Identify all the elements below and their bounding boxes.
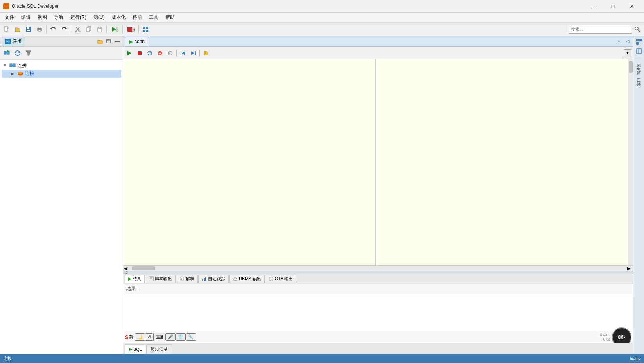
editor-scrollbar[interactable]	[628, 59, 633, 265]
editor-left-pane[interactable]	[123, 59, 376, 265]
minimize-button[interactable]: —	[585, 0, 603, 13]
status-connection-text: 连接	[3, 356, 12, 361]
menu-help[interactable]: 帮助	[162, 13, 178, 21]
panel-folder-btn[interactable]	[96, 38, 104, 45]
sql-tab[interactable]: ▶ SQL	[125, 344, 146, 354]
ime-undo-btn[interactable]: ↺	[145, 333, 153, 341]
stop-dropdown-button[interactable]: ▼	[124, 24, 137, 34]
commit-button[interactable]	[201, 48, 211, 58]
refresh-connections-button[interactable]	[13, 48, 23, 58]
ime-moon-btn[interactable]: 🌙	[135, 333, 145, 341]
svg-rect-32	[6, 40, 7, 43]
menu-file[interactable]: 文件	[2, 13, 17, 21]
ws-expand-btn[interactable]: ◁	[624, 38, 631, 45]
menu-navigate[interactable]: 导航	[51, 13, 66, 21]
undo-button[interactable]	[48, 24, 58, 34]
cut-button[interactable]	[73, 24, 83, 34]
editor-hscrollbar[interactable]: ◀ ▶	[123, 265, 633, 271]
sql-tab-label: SQL	[133, 347, 142, 352]
print-button[interactable]	[34, 24, 45, 34]
svg-text:i: i	[181, 278, 182, 281]
panel-tab-actions: —	[96, 38, 121, 45]
sidebar-btn-2[interactable]	[635, 47, 643, 55]
connections-tab[interactable]: 连接	[2, 37, 25, 46]
svg-rect-26	[143, 27, 145, 29]
redo-button[interactable]	[59, 24, 69, 34]
results-tab-results[interactable]: ▶ 结果	[125, 275, 145, 283]
open-file-button[interactable]	[13, 24, 23, 34]
svg-point-49	[18, 72, 23, 74]
menu-edit[interactable]: 编辑	[18, 13, 34, 21]
sidebar-label-5: 湖	[636, 77, 642, 80]
save-button[interactable]	[23, 24, 34, 34]
sql-sep-1	[176, 50, 177, 57]
menu-view[interactable]: 视图	[34, 13, 50, 21]
results-tab-label-autotrace: 自动跟踪	[208, 276, 225, 282]
new-file-button[interactable]	[2, 24, 12, 34]
results-tab-dbms[interactable]: DBMS 输出	[229, 275, 265, 283]
svg-rect-33	[8, 40, 10, 43]
title-bar-controls: — □ ✕	[585, 0, 641, 13]
first-row-button[interactable]	[178, 48, 188, 58]
run-dropdown-button[interactable]: ▼	[108, 24, 121, 34]
tree-item-conn-label: 连接	[25, 70, 34, 77]
filter-connections-button[interactable]	[23, 48, 34, 58]
ime-keyboard-btn[interactable]: ⌨	[153, 333, 165, 341]
sql-settings-dropdown[interactable]: ▼	[624, 49, 631, 57]
editor-right-pane[interactable]	[376, 59, 628, 265]
ws-dropdown-btn[interactable]: ▼	[615, 38, 623, 45]
ime-tshirt-btn[interactable]: 👕	[176, 333, 186, 341]
results-tab-label-results: 结果	[133, 276, 141, 282]
svg-line-31	[638, 30, 640, 32]
results-tab-autotrace[interactable]: 自动跟踪	[198, 275, 229, 283]
download-speed: 0k/s	[600, 337, 610, 342]
run-statement-button[interactable]	[125, 48, 134, 58]
vertical-splitter[interactable]: ▲ ▼	[123, 271, 633, 274]
sidebar-btn-1[interactable]	[635, 38, 643, 46]
menu-source[interactable]: 源(U)	[90, 13, 108, 21]
stop-button[interactable]	[135, 48, 144, 58]
menu-tools[interactable]: 工具	[146, 13, 161, 21]
toolbar-search-button[interactable]	[632, 24, 642, 34]
network-unit: x	[624, 335, 626, 339]
menu-run[interactable]: 运行(R)	[67, 13, 90, 21]
sql-worksheet-tab[interactable]: ▶ conn	[125, 37, 149, 46]
svg-rect-78	[637, 49, 641, 54]
copy-button[interactable]	[84, 24, 94, 34]
panel-restore-btn[interactable]	[105, 38, 113, 45]
menu-migrate[interactable]: 移植	[129, 13, 145, 21]
explain-button[interactable]: i	[165, 48, 175, 58]
title-bar-left: Oracle SQL Developer	[3, 3, 59, 9]
tree-item-conn[interactable]: ▶ 连接	[2, 70, 121, 78]
history-tab[interactable]: 历史记录	[146, 344, 172, 354]
results-tab-script[interactable]: 脚本输出	[145, 275, 176, 283]
nav-button[interactable]	[140, 24, 151, 34]
close-button[interactable]: ✕	[623, 0, 641, 13]
results-tab-explain[interactable]: i 解释	[176, 275, 198, 283]
status-left: 连接	[3, 356, 12, 361]
ime-settings-btn[interactable]: 🔧	[186, 333, 196, 341]
panel-inner-toolbar	[0, 47, 123, 60]
maximize-button[interactable]: □	[604, 0, 622, 13]
worksheet-tab-bar: ▶ conn ▼ ◁	[123, 36, 633, 47]
tree-conn-arrow: ▶	[11, 72, 16, 76]
tree-item-connections-root[interactable]: ▼ 连接	[2, 61, 121, 70]
hscroll-right-btn[interactable]: ▶	[624, 266, 632, 271]
last-row-button[interactable]	[188, 48, 198, 58]
add-connection-button[interactable]	[2, 48, 12, 58]
sidebar-label-4: 正	[636, 73, 642, 77]
toolbar-search-input[interactable]	[569, 25, 631, 34]
script-output-icon	[149, 276, 154, 281]
results-tab-ota[interactable]: OTA 输出	[265, 275, 296, 283]
refresh-button[interactable]	[145, 48, 154, 58]
svg-rect-28	[143, 30, 145, 32]
ime-mic-btn[interactable]: 🎤	[165, 333, 176, 341]
cancel-query-button[interactable]	[155, 48, 165, 58]
svg-rect-5	[27, 27, 29, 29]
paste-button[interactable]	[95, 24, 105, 34]
results-run-icon: ▶	[128, 276, 131, 281]
panel-collapse-btn[interactable]: —	[113, 38, 121, 45]
menu-versioning[interactable]: 版本化	[108, 13, 129, 21]
results-tab-label-dbms: DBMS 输出	[239, 276, 261, 282]
svg-point-30	[635, 27, 638, 30]
